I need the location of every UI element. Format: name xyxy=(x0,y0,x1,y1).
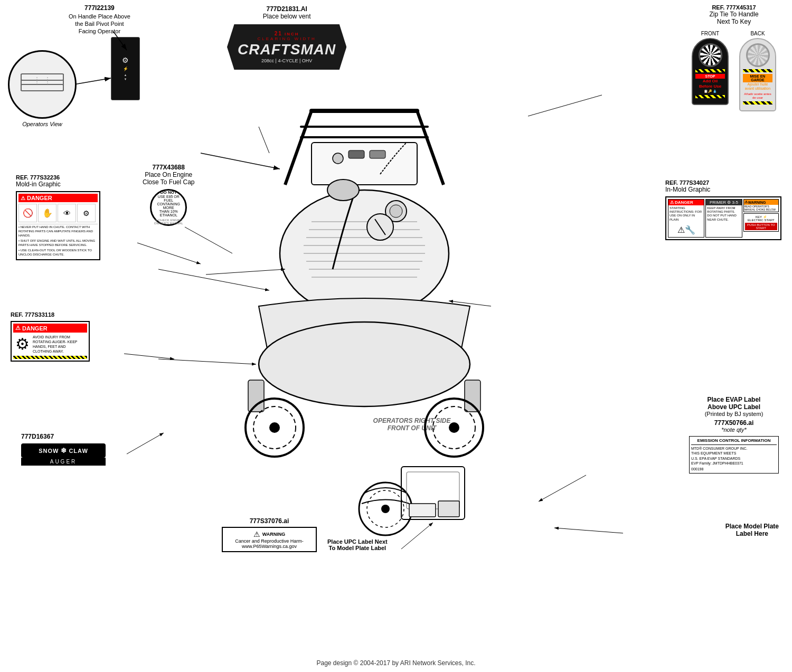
evap-emission-sticker: EMISSION CONTROL INFORMATION MTD® CONSUM… xyxy=(689,436,779,474)
zip-back-stripe xyxy=(743,69,772,72)
handle-line2: the Bail Pivot Point xyxy=(69,20,130,27)
zip-back-badge: MISE EN GARDE xyxy=(743,74,772,82)
svg-rect-30 xyxy=(409,504,436,517)
ca-warning-header: ⚠ WARNING xyxy=(227,530,312,538)
mold-left-pictograms: 🚫 ✋ 👁 ⚙ xyxy=(18,202,98,224)
ca-warning-sticker: ⚠ WARNING Cancer and Reproductive Harm- … xyxy=(222,527,317,552)
zip-front-label: FRONT xyxy=(692,31,729,36)
svg-rect-31 xyxy=(438,501,459,517)
mold-left-ref: REF. 777S32236 xyxy=(16,174,100,181)
craftsman-placement: Place below vent xyxy=(227,13,346,20)
danger-33118-sticker: ⚠ DANGER ⚙ AVOID INJURY FROM ROTATING AU… xyxy=(11,321,90,362)
handle-line3: Facing Operator xyxy=(69,27,130,35)
zip-back-container: BACK MISE EN GARDE Ajouter huile avant u… xyxy=(739,31,776,111)
zip-front-gear xyxy=(699,43,722,67)
emission-code: 000198 xyxy=(691,467,777,471)
in-mold-warning-header: ⚠ WARNING xyxy=(744,200,778,205)
ca-warning-callout: 777S37076.ai ⚠ WARNING Cancer and Reprod… xyxy=(222,517,317,554)
in-mold-right-title: In-Mold Graphic xyxy=(665,186,781,193)
model-plate-callout: Place Model Plate Label Here xyxy=(725,523,779,537)
footer-text: Page design © 2004-2017 by ARI Network S… xyxy=(316,659,475,667)
svg-rect-57 xyxy=(465,380,480,412)
svg-line-11 xyxy=(539,475,586,501)
in-mold-danger-body: STARTING INSTRUCTIONS: FOR USE ON ONLY I… xyxy=(668,205,704,223)
in-mold-right-ref: REF. 777S34027 xyxy=(665,179,781,186)
in-mold-danger-icon: ⚠🔧 xyxy=(668,223,704,237)
svg-point-27 xyxy=(381,505,390,513)
emission-line2: THIS EQUIPMENT MEETS xyxy=(691,451,777,456)
svg-point-51 xyxy=(390,205,402,217)
evap-line3: (Printed by BJ system) xyxy=(689,411,779,417)
zip-add-oil: Add OilBefore Use xyxy=(695,79,725,89)
handle-line1: On Handle Place Above xyxy=(69,13,130,20)
danger-33118-callout: REF. 777S33118 ⚠ DANGER ⚙ AVOID INJURY F… xyxy=(11,311,90,362)
snow-claw-claw: CLAW xyxy=(69,448,88,454)
zip-anadir: Añadir aceite antes de usar xyxy=(743,92,772,100)
craftsman-specs: 208cc | 4-CYCLE | OHV xyxy=(238,58,336,63)
craftsman-size: 21 INCH xyxy=(238,31,336,36)
svg-line-64 xyxy=(158,269,269,290)
ca-warning-url: www.P65Warnings.ca.gov xyxy=(227,544,312,549)
ca-warning-part-number: 777S37076.ai xyxy=(222,517,317,525)
in-mold-right-sections: ⚠ WARNING READ OPERATOR'S MANUAL CHOKE B… xyxy=(743,199,779,238)
danger-33118-icon: ⚙ xyxy=(15,335,30,354)
mold-left-pic2: ✋ xyxy=(38,204,56,222)
svg-line-3 xyxy=(528,95,602,116)
danger-33118-text: DANGER xyxy=(22,325,48,332)
svg-line-1 xyxy=(74,78,111,84)
main-snowblower xyxy=(153,69,512,493)
in-mold-primer-section: PRIMER ⚙ 3-5 KEEP AWAY FROM ROTATING PAR… xyxy=(705,199,742,238)
mold-left-text2: • SHUT OFF ENGINE AND WAIT UNTIL ALL MOV… xyxy=(18,239,98,248)
svg-rect-15 xyxy=(21,74,63,80)
svg-line-33 xyxy=(285,111,312,185)
zip-stop-badge: STOP xyxy=(695,74,725,79)
in-mold-danger-text: DANGER xyxy=(675,200,693,205)
handle-label-callout: 777I22139 On Handle Place Above the Bail… xyxy=(69,4,130,35)
in-mold-primer-body: KEEP AWAY FROM ROTATING PARTS. DO NOT PU… xyxy=(706,205,741,223)
svg-rect-56 xyxy=(248,380,264,412)
zip-title: Zip Tie To Handle xyxy=(692,11,776,18)
mold-left-text1: • NEVER PUT HAND IN CHUTE. CONTACT WITH … xyxy=(18,224,98,239)
svg-point-60 xyxy=(269,422,280,433)
mold-left-title: Mold-in Graphic xyxy=(16,181,100,188)
snow-claw-sticker: SNOW ❄ CLAW xyxy=(21,443,106,458)
ca-warning-icon: ⚠ xyxy=(253,530,260,538)
craftsman-part-number: 777D21831.AI xyxy=(227,5,346,13)
craftsman-label-callout: 777D21831.AI Place below vent 21 INCH CL… xyxy=(227,5,346,70)
bail-view-svg xyxy=(16,63,69,106)
svg-point-54 xyxy=(259,322,470,406)
snow-claw-part-number: 777D16367 xyxy=(21,433,106,440)
danger-33118-text-body: AVOID INJURY FROM ROTATING AUGER- KEEP H… xyxy=(33,335,85,354)
upc-label-callout: Place UPC Label Next To Model Plate Labe… xyxy=(327,538,388,551)
snow-claw-text: SNOW xyxy=(39,448,59,454)
mold-left-danger-label: ⚠ DANGER 🚫 ✋ 👁 ⚙ • NEVER PUT HAND IN CHU… xyxy=(16,191,100,260)
zip-back-sticker: MISE EN GARDE Ajouter huile avant utilis… xyxy=(739,38,776,111)
evap-callout: Place EVAP Label Above UPC Label (Printe… xyxy=(689,396,779,474)
svg-line-34 xyxy=(417,111,444,185)
snowblower-svg xyxy=(153,69,512,491)
craftsman-brand: CRAFTSMAN xyxy=(238,41,336,58)
model-plate-line2: Label Here xyxy=(725,530,779,537)
evap-line2: Above UPC Label xyxy=(689,403,779,411)
danger-33118-header: ⚠ DANGER xyxy=(13,324,87,333)
svg-point-38 xyxy=(333,153,343,164)
in-mold-primer-header: PRIMER ⚙ 3-5 xyxy=(706,200,741,205)
in-mold-right-callout: REF. 777S34027 In-Mold Graphic ⚠ DANGER … xyxy=(665,179,781,240)
ca-warning-body: Cancer and Reproductive Harm- xyxy=(227,538,312,544)
zip-tie-callout: REF. 777X45317 Zip Tie To Handle Next To… xyxy=(692,4,776,111)
in-mold-danger-header: ⚠ DANGER xyxy=(668,200,704,205)
in-mold-right-sticker: ⚠ DANGER STARTING INSTRUCTIONS: FOR USE … xyxy=(665,196,781,240)
snow-claw-auger: AUGER xyxy=(21,458,106,466)
in-mold-warning-text: WARNING xyxy=(748,201,766,204)
handle-part-number: 777I22139 xyxy=(69,4,130,13)
svg-rect-16 xyxy=(21,84,63,91)
svg-point-55 xyxy=(327,179,359,201)
in-mold-sections: ⚠ DANGER STARTING INSTRUCTIONS: FOR USE … xyxy=(668,199,779,238)
in-mold-warning-section: ⚠ WARNING READ OPERATOR'S MANUAL CHOKE B… xyxy=(743,199,779,212)
mold-left-danger-icon: ⚠ xyxy=(21,195,25,201)
footer: Page design © 2004-2017 by ARI Network S… xyxy=(0,659,792,667)
emission-title: EMISSION CONTROL INFORMATION xyxy=(691,438,777,445)
zip-ajouter: Ajouter huile avant utilisation xyxy=(743,82,772,91)
emission-line4: EVP Family: JMTDPHHBE0371 xyxy=(691,461,777,466)
in-mold-key-section: KEY ⚡ELECTRIC START PUSH BUTTON TO START xyxy=(743,213,779,232)
